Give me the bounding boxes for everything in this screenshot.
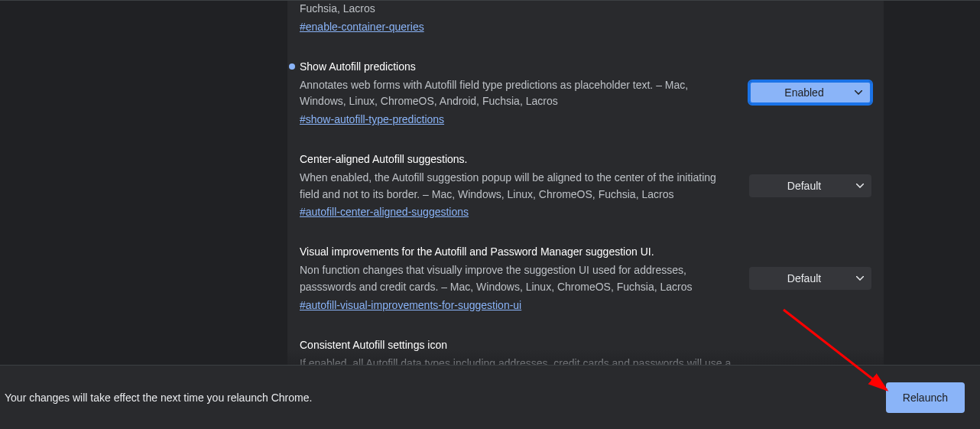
flag-hash-link[interactable]: #autofill-visual-improvements-for-sugges… — [300, 299, 521, 311]
flag-title-text: Center-aligned Autofill suggestions. — [300, 153, 467, 165]
restart-bar: Your changes will take effect the next t… — [0, 365, 980, 429]
flag-hash-link[interactable]: #enable-container-queries — [300, 21, 424, 33]
flag-title: Show Autofill predictions — [300, 60, 734, 73]
modified-dot-icon — [289, 63, 295, 70]
flag-title: Center-aligned Autofill suggestions. — [300, 153, 734, 165]
flag-hash-link[interactable]: #show-autofill-type-predictions — [300, 113, 444, 125]
flag-description: Non function changes that visually impro… — [300, 262, 734, 295]
flag-description: Annotates web forms with Autofill field … — [300, 77, 734, 110]
flag-description-tail: Fuchsia, Lacros — [300, 1, 871, 18]
flag-title-text: Consistent Autofill settings icon — [300, 339, 447, 351]
flag-title-text: Visual improvements for the Autofill and… — [300, 245, 654, 258]
flag-title-text: Show Autofill predictions — [300, 60, 416, 73]
chevron-down-icon — [856, 276, 864, 281]
flag-row: Fuchsia, Lacros #enable-container-querie… — [300, 1, 871, 47]
flag-state-select[interactable]: Enabled — [749, 81, 871, 104]
flag-description: When enabled, the Autofill suggestion po… — [300, 170, 734, 203]
flag-state-select[interactable]: Default — [749, 267, 871, 290]
flag-row: Show Autofill predictions Annotates web … — [300, 47, 871, 139]
flag-state-value: Default — [787, 272, 821, 284]
flag-row: Center-aligned Autofill suggestions. Whe… — [300, 139, 871, 232]
flag-state-value: Default — [787, 180, 821, 192]
relaunch-button[interactable]: Relaunch — [886, 382, 965, 413]
flag-title: Consistent Autofill settings icon — [300, 339, 871, 351]
flag-title: Visual improvements for the Autofill and… — [300, 245, 734, 258]
flag-hash-link[interactable]: #autofill-center-aligned-suggestions — [300, 206, 469, 218]
flag-state-select[interactable]: Default — [749, 174, 871, 197]
chevron-down-icon — [856, 184, 864, 188]
chevron-down-icon — [855, 90, 862, 95]
flag-row: Visual improvements for the Autofill and… — [300, 232, 871, 324]
restart-message: Your changes will take effect the next t… — [5, 392, 312, 404]
flag-state-value: Enabled — [784, 86, 823, 99]
